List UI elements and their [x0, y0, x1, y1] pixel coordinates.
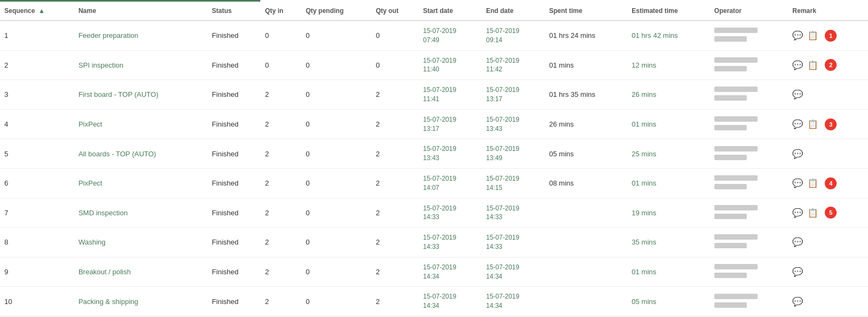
cell-end-date: 15-07-201913:43 — [482, 109, 545, 139]
operator-value — [714, 264, 784, 280]
col-sequence[interactable]: Sequence ▲ — [0, 2, 74, 21]
clipboard-icon[interactable]: 📋 — [807, 30, 818, 41]
col-status: Status — [208, 2, 261, 21]
operator-blur-1 — [714, 57, 758, 63]
cell-status: Finished — [208, 50, 261, 80]
cell-remark: 💬 — [788, 287, 868, 316]
operator-blur-1 — [714, 175, 758, 181]
operator-blur-1 — [714, 234, 758, 240]
clipboard-icon[interactable]: 📋 — [807, 208, 818, 218]
cell-qty-out: 2 — [371, 228, 418, 257]
operator-value — [714, 175, 784, 191]
cell-qty-in: 2 — [261, 139, 301, 169]
cell-start-date: 15-07-201914:33 — [419, 228, 482, 257]
row-name-link[interactable]: Feeder preparation — [78, 31, 139, 39]
operator-value — [714, 87, 784, 102]
row-name-link[interactable]: Washing — [78, 238, 106, 246]
cell-end-date: 15-07-201913:17 — [482, 80, 545, 110]
comment-icon[interactable]: 💬 — [792, 60, 803, 70]
comment-icon[interactable]: 💬 — [792, 178, 803, 188]
operator-value — [714, 294, 784, 309]
row-name-link[interactable]: PixPect — [78, 179, 102, 187]
col-qty-pending: Qty pending — [301, 2, 371, 21]
table-row: 8WashingFinished20215-07-201914:3315-07-… — [0, 228, 868, 257]
cell-start-date: 15-07-201913:17 — [419, 109, 482, 139]
comment-icon[interactable]: 💬 — [792, 237, 803, 247]
cell-name: SPI inspection — [74, 50, 208, 80]
col-qty-out: Qty out — [371, 2, 418, 21]
end-date-value: 15-07-201914:34 — [486, 263, 519, 280]
cell-qty-in: 2 — [261, 257, 301, 287]
comment-icon[interactable]: 💬 — [792, 296, 803, 307]
cell-spent-time: 01 hrs 35 mins — [545, 80, 627, 110]
row-name-link[interactable]: First board - TOP (AUTO) — [78, 90, 159, 98]
col-qty-in: Qty in — [261, 2, 301, 21]
comment-icon[interactable]: 💬 — [792, 30, 803, 41]
operator-blur-1 — [714, 264, 758, 269]
cell-end-date: 15-07-201913:49 — [482, 139, 545, 169]
col-estimated-time: Estimated time — [627, 2, 710, 21]
col-name: Name — [74, 2, 208, 21]
cell-start-date: 15-07-201914:34 — [419, 287, 482, 316]
cell-estimated-time: 35 mins — [627, 228, 710, 257]
cell-status: Finished — [208, 257, 261, 287]
start-date-value: 15-07-201913:17 — [423, 116, 456, 133]
cell-sequence: 2 — [0, 50, 74, 80]
cell-name: All boards - TOP (AUTO) — [74, 139, 208, 169]
clipboard-icon[interactable]: 📋 — [807, 178, 818, 188]
comment-icon[interactable]: 💬 — [792, 267, 803, 277]
row-name-link[interactable]: Packing & shipping — [78, 298, 139, 306]
cell-name: Breakout / polish — [74, 257, 208, 287]
clipboard-icon[interactable]: 📋 — [807, 60, 818, 70]
cell-end-date: 15-07-201911:42 — [482, 50, 545, 80]
end-date-value: 15-07-201914:33 — [486, 204, 519, 221]
operator-blur-1 — [714, 116, 758, 122]
cell-start-date: 15-07-201907:49 — [419, 21, 482, 50]
cell-name: Packing & shipping — [74, 287, 208, 316]
operator-blur-2 — [714, 95, 747, 101]
cell-start-date: 15-07-201911:40 — [419, 50, 482, 80]
clipboard-icon[interactable]: 📋 — [807, 119, 818, 129]
comment-icon[interactable]: 💬 — [792, 89, 803, 100]
cell-qty-pending: 0 — [301, 21, 371, 50]
comment-icon[interactable]: 💬 — [792, 119, 803, 129]
cell-end-date: 15-07-201914:34 — [482, 257, 545, 287]
comment-icon[interactable]: 💬 — [792, 208, 803, 218]
cell-start-date: 15-07-201914:33 — [419, 198, 482, 228]
row-name-link[interactable]: SPI inspection — [78, 61, 123, 69]
row-name-link[interactable]: All boards - TOP (AUTO) — [78, 150, 156, 158]
cell-operator — [710, 168, 788, 198]
cell-status: Finished — [208, 139, 261, 169]
end-date-value: 15-07-201913:17 — [486, 86, 519, 103]
cell-sequence: 7 — [0, 198, 74, 228]
table-row: 6PixPectFinished20215-07-201914:0715-07-… — [0, 168, 868, 198]
cell-qty-pending: 0 — [301, 198, 371, 228]
operator-blur-1 — [714, 87, 758, 92]
comment-icon[interactable]: 💬 — [792, 149, 803, 159]
cell-qty-out: 2 — [371, 287, 418, 316]
operator-value — [714, 205, 784, 221]
operator-blur-1 — [714, 294, 758, 299]
cell-start-date: 15-07-201914:07 — [419, 168, 482, 198]
actions-cell: 💬 — [792, 296, 864, 307]
cell-name: Washing — [74, 228, 208, 257]
table-row: 5All boards - TOP (AUTO)Finished20215-07… — [0, 139, 868, 169]
cell-qty-out: 2 — [371, 198, 418, 228]
cell-start-date: 15-07-201913:43 — [419, 139, 482, 169]
row-name-link[interactable]: SMD inspection — [78, 209, 128, 217]
actions-cell: 💬📋2 — [792, 59, 864, 71]
cell-qty-pending: 0 — [301, 168, 371, 198]
start-date-value: 15-07-201914:33 — [423, 204, 456, 221]
cell-spent-time: 05 mins — [545, 139, 627, 169]
row-name-link[interactable]: Breakout / polish — [78, 268, 131, 276]
cell-estimated-time: 25 mins — [627, 139, 710, 169]
cell-spent-time — [545, 228, 627, 257]
cell-estimated-time: 01 mins — [627, 168, 710, 198]
start-date-value: 15-07-201914:34 — [423, 293, 456, 309]
start-date-value: 15-07-201907:49 — [423, 27, 456, 44]
sort-arrow-icon: ▲ — [38, 7, 45, 15]
row-name-link[interactable]: PixPect — [78, 120, 102, 128]
cell-status: Finished — [208, 168, 261, 198]
col-spent-time: Spent time — [545, 2, 627, 21]
cell-remark: 💬 — [788, 228, 868, 257]
